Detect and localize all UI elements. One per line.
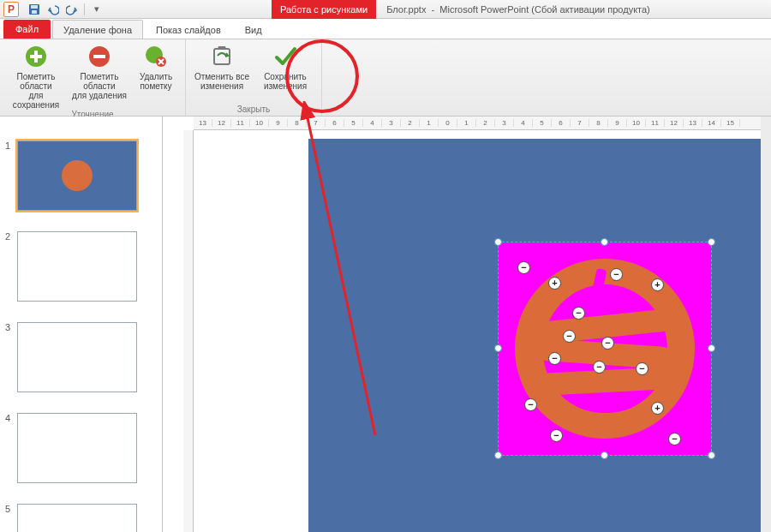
- ribbon: Пометить областидля сохранения Пометить …: [0, 39, 771, 117]
- keep-marker[interactable]: [548, 277, 561, 290]
- resize-handle[interactable]: [708, 238, 715, 246]
- group-label-close: Закрыть: [237, 105, 271, 116]
- slide-canvas[interactable]: [308, 139, 771, 532]
- keep-changes-button[interactable]: Сохранитьизменения: [254, 41, 316, 91]
- app-name: Microsoft PowerPoint: [439, 4, 529, 15]
- resize-handle[interactable]: [494, 344, 502, 352]
- ruler-tick: 2: [401, 119, 420, 127]
- ruler-tick: 2: [476, 119, 495, 127]
- ruler-tick: 11: [646, 119, 665, 127]
- tab-file[interactable]: Файл: [3, 20, 51, 39]
- ruler-tick: 10: [250, 119, 269, 127]
- checkmark-icon: [272, 43, 299, 70]
- ruler-tick: 8: [288, 119, 307, 127]
- ruler-tick: 9: [608, 119, 627, 127]
- slide-editor: 131211109876543210123456789101112131415: [163, 117, 771, 532]
- image-selection[interactable]: [498, 242, 712, 456]
- ruler-tick: 12: [665, 119, 684, 127]
- powerpoint-icon: P: [3, 2, 19, 17]
- remove-marker[interactable]: [563, 330, 576, 343]
- ruler-tick: 1: [420, 119, 439, 127]
- tab-background-removal[interactable]: Удаление фона: [52, 20, 143, 39]
- remove-marker[interactable]: [517, 261, 530, 274]
- resize-handle[interactable]: [601, 451, 608, 459]
- ruler-tick: 14: [702, 119, 721, 127]
- title-bar: P ▾ Работа с рисунками Блог.pptx - Micro…: [0, 0, 771, 19]
- ruler-tick: 6: [326, 119, 344, 127]
- contextual-tab-label: Работа с рисунками: [272, 0, 376, 19]
- ruler-tick: 12: [212, 119, 231, 127]
- qat-customize-icon[interactable]: ▾: [90, 3, 104, 16]
- qat-separator: [84, 3, 85, 15]
- quick-access-toolbar: ▾: [22, 3, 109, 16]
- ruler-tick: 7: [307, 119, 326, 127]
- remove-marker[interactable]: [524, 398, 537, 411]
- ribbon-tabs: Файл Удаление фона Показ слайдов Вид Фор…: [0, 19, 771, 39]
- remove-marker[interactable]: [610, 268, 623, 281]
- ribbon-group-refine: Пометить областидля сохранения Пометить …: [0, 39, 186, 116]
- ruler-tick: 13: [684, 119, 702, 127]
- slide-thumbnail-2[interactable]: 2: [0, 226, 162, 317]
- slide-thumbnail-3[interactable]: 3: [0, 317, 162, 408]
- resize-handle[interactable]: [708, 451, 715, 459]
- discard-changes-button[interactable]: Отменить всеизменения: [191, 41, 253, 91]
- ruler-tick: 4: [514, 119, 533, 127]
- resize-handle[interactable]: [494, 451, 502, 459]
- svg-rect-7: [93, 55, 105, 58]
- activation-status: (Сбой активации продукта): [531, 4, 649, 15]
- ruler-tick: 0: [439, 119, 457, 127]
- ruler-tick: 3: [495, 119, 514, 127]
- ruler-tick: 5: [344, 119, 363, 127]
- remove-marker[interactable]: [668, 433, 681, 445]
- workspace: 1 2 3 4 5 131211109876543210123456789101…: [0, 117, 771, 532]
- window-title: Блог.pptx - Microsoft PowerPoint (Сбой а…: [386, 4, 650, 15]
- keep-marker[interactable]: [651, 402, 664, 415]
- keep-marker[interactable]: [651, 278, 664, 291]
- ruler-tick: 7: [571, 119, 589, 127]
- tab-view[interactable]: Вид: [234, 20, 273, 39]
- remove-marker[interactable]: [572, 307, 585, 320]
- resize-handle[interactable]: [708, 344, 715, 352]
- delete-mark-icon: [142, 43, 170, 70]
- mark-areas-remove-button[interactable]: Пометить областидля удаления: [69, 41, 130, 110]
- thumbnails-panel: 1 2 3 4 5: [0, 117, 163, 532]
- slide-thumbnail-1[interactable]: 1: [0, 135, 162, 226]
- mark-areas-keep-button[interactable]: Пометить областидля сохранения: [5, 41, 67, 110]
- ribbon-group-close: Отменить всеизменения Сохранитьизменения…: [186, 39, 322, 116]
- remove-marker[interactable]: [601, 337, 614, 350]
- ruler-tick: 9: [269, 119, 288, 127]
- tab-format[interactable]: Формат: [314, 20, 370, 39]
- ruler-tick: 10: [627, 119, 646, 127]
- discard-icon: [208, 43, 236, 70]
- vertical-ruler: [183, 130, 194, 532]
- ruler-tick: 1: [457, 119, 476, 127]
- remove-marker[interactable]: [550, 429, 563, 442]
- remove-marker[interactable]: [593, 361, 606, 374]
- ruler-tick: 4: [363, 119, 382, 127]
- undo-icon[interactable]: [46, 3, 60, 16]
- plus-circle-icon: [22, 43, 50, 70]
- ruler-tick: 15: [721, 119, 740, 127]
- redo-icon[interactable]: [65, 3, 79, 16]
- tab-slideshow[interactable]: Показ слайдов: [145, 20, 232, 39]
- slide-thumbnail-4[interactable]: 4: [0, 408, 162, 499]
- remove-marker[interactable]: [636, 362, 648, 375]
- svg-rect-2: [32, 10, 37, 14]
- delete-mark-button[interactable]: Удалитьпометку: [132, 41, 180, 110]
- horizontal-ruler: 131211109876543210123456789101112131415: [194, 117, 761, 130]
- thumbnail-preview-icon: [62, 160, 93, 191]
- ruler-tick: 5: [533, 119, 552, 127]
- resize-handle[interactable]: [601, 238, 608, 246]
- save-icon[interactable]: [27, 3, 41, 16]
- ruler-tick: 6: [552, 119, 571, 127]
- ruler-tick: 11: [231, 119, 250, 127]
- remove-marker[interactable]: [548, 352, 561, 365]
- resize-handle[interactable]: [494, 238, 502, 246]
- svg-rect-5: [30, 55, 42, 58]
- vertical-scrollbar[interactable]: [761, 117, 771, 532]
- svg-rect-1: [31, 5, 38, 9]
- slide-thumbnail-5[interactable]: 5: [0, 499, 162, 532]
- ruler-tick: 13: [194, 119, 212, 127]
- ruler-tick: 8: [589, 119, 608, 127]
- minus-circle-icon: [86, 43, 113, 70]
